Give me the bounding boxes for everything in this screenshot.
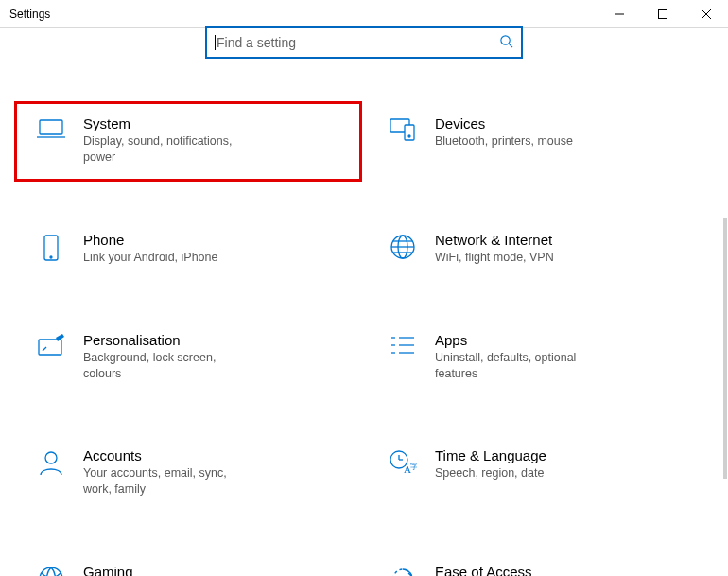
minimize-icon	[615, 9, 624, 19]
svg-line-19	[43, 347, 46, 351]
svg-rect-18	[39, 340, 61, 355]
search-wrap	[0, 26, 728, 59]
tile-apps[interactable]: Apps Uninstall, defaults, optional featu…	[369, 321, 711, 395]
ease-of-access-icon	[378, 564, 427, 576]
tile-devices[interactable]: Devices Bluetooth, printers, mouse	[369, 104, 711, 179]
tile-title: Network & Internet	[435, 232, 554, 248]
tile-title: Personalisation	[83, 332, 249, 348]
tile-desc: Your accounts, email, sync, work, family	[83, 465, 249, 497]
tile-personalisation[interactable]: Personalisation Background, lock screen,…	[17, 321, 359, 395]
tile-desc: Link your Android, iPhone	[83, 250, 217, 266]
tile-desc: Speech, region, date	[435, 465, 546, 481]
tile-ease-of-access[interactable]: Ease of Access Narrator, magnifier, high…	[369, 552, 711, 576]
svg-point-12	[50, 256, 52, 258]
tile-title: Accounts	[83, 447, 249, 463]
tile-title: Ease of Access	[435, 564, 600, 576]
minimize-button[interactable]	[598, 0, 641, 28]
tile-desc: Uninstall, defaults, optional features	[435, 350, 600, 382]
tile-network[interactable]: Network & Internet WiFi, flight mode, VP…	[369, 220, 711, 279]
svg-point-26	[45, 452, 57, 463]
svg-rect-6	[40, 120, 62, 134]
time-language-icon: A字	[378, 447, 427, 476]
tile-desc: Display, sound, notifications, power	[83, 133, 249, 166]
window-title: Settings	[9, 8, 50, 21]
tile-title: Phone	[83, 232, 217, 248]
tile-desc: Bluetooth, printers, mouse	[435, 133, 573, 149]
titlebar: Settings	[0, 0, 728, 28]
settings-grid: System Display, sound, notifications, po…	[0, 104, 728, 576]
devices-icon	[378, 115, 427, 142]
tile-accounts[interactable]: Accounts Your accounts, email, sync, wor…	[17, 436, 359, 511]
apps-icon	[378, 332, 427, 357]
network-icon	[378, 232, 427, 260]
tile-desc: WiFi, flight mode, VPN	[435, 250, 554, 266]
search-icon	[499, 34, 513, 51]
search-input[interactable]	[215, 34, 499, 51]
close-button[interactable]	[685, 0, 728, 28]
phone-icon	[26, 232, 76, 262]
svg-point-4	[501, 36, 510, 44]
maximize-button[interactable]	[641, 0, 685, 28]
svg-point-10	[408, 135, 410, 137]
tile-title: Time & Language	[435, 447, 546, 463]
tile-title: Apps	[435, 332, 600, 348]
window-buttons	[598, 0, 728, 28]
text-caret	[215, 35, 216, 50]
tile-title: System	[83, 115, 249, 131]
svg-line-5	[509, 44, 512, 47]
tile-gaming[interactable]: Gaming Xbox Game Bar, captures, Game Mod…	[17, 552, 359, 576]
tile-system[interactable]: System Display, sound, notifications, po…	[14, 101, 362, 182]
search-box[interactable]	[205, 26, 523, 59]
maximize-icon	[658, 9, 667, 19]
system-icon	[26, 115, 76, 140]
accounts-icon	[26, 447, 76, 476]
scrollbar[interactable]	[723, 218, 727, 479]
close-icon	[702, 9, 711, 19]
svg-text:字: 字	[410, 463, 417, 471]
tile-title: Gaming	[83, 564, 249, 576]
tile-phone[interactable]: Phone Link your Android, iPhone	[17, 220, 359, 279]
gaming-icon	[26, 564, 76, 576]
personalisation-icon	[26, 332, 76, 358]
tile-time-language[interactable]: A字 Time & Language Speech, region, date	[369, 436, 711, 511]
tile-title: Devices	[435, 115, 573, 131]
svg-rect-1	[659, 9, 667, 18]
tile-desc: Background, lock screen, colours	[83, 350, 249, 382]
